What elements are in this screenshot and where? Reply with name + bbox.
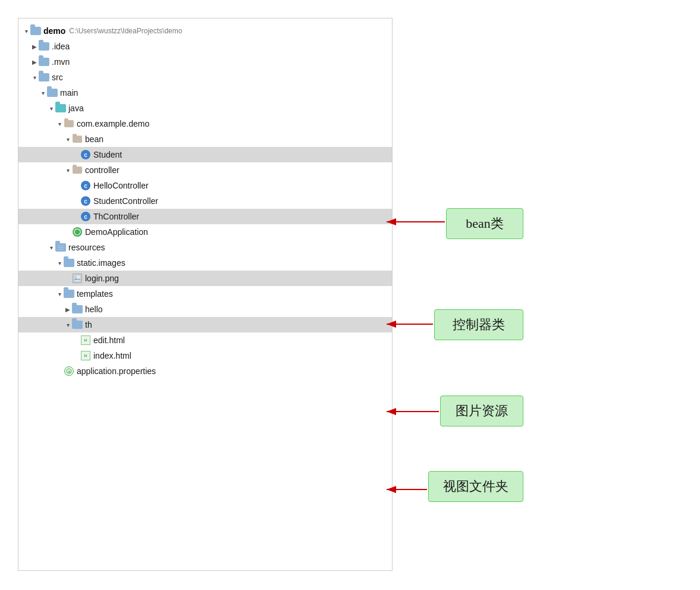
main-container: ▾ demo C:\Users\wustzz\IdeaProjects\demo… [18, 18, 682, 572]
image-file-icon-login [72, 273, 83, 284]
class-icon-student: c [80, 149, 91, 160]
props-icon-app: ⚙ [64, 366, 74, 376]
label-student: Student [93, 150, 122, 159]
arrow-com: ▾ [55, 120, 64, 128]
arrow-static: ▾ [55, 259, 64, 267]
label-student-controller: StudentController [93, 196, 158, 206]
tree-item-app-props[interactable]: ⚙ application.properties [18, 363, 392, 379]
label-idea: .idea [52, 42, 70, 51]
svg-text:⚙: ⚙ [68, 370, 71, 374]
label-hello: hello [85, 305, 103, 314]
arrow-controller: ▾ [64, 166, 72, 174]
tree-item-demo[interactable]: ▾ demo C:\Users\wustzz\IdeaProjects\demo [18, 23, 392, 39]
file-tree-panel: ▾ demo C:\Users\wustzz\IdeaProjects\demo… [18, 18, 393, 571]
label-controller: controller [85, 165, 120, 175]
tree-item-demo-application[interactable]: DemoApplication [18, 224, 392, 240]
label-hello-controller: HelloController [93, 181, 149, 190]
tree-item-src[interactable]: ▾ src [18, 70, 392, 85]
project-name: demo [43, 26, 65, 36]
annotation-view: 视图文件夹 [428, 471, 523, 502]
label-th: th [85, 320, 92, 329]
arrow-demo: ▾ [22, 27, 30, 35]
html-file-icon-index: H [80, 350, 91, 361]
tree-item-bean[interactable]: ▾ bean [18, 131, 392, 147]
folder-icon-mvn [39, 57, 49, 67]
label-mvn: .mvn [52, 57, 70, 67]
tree-item-login-png[interactable]: login.png [18, 271, 392, 286]
tree-item-controller[interactable]: ▾ controller [18, 162, 392, 178]
folder-icon-main [47, 87, 58, 98]
arrow-src: ▾ [30, 73, 39, 81]
label-java: java [68, 103, 84, 113]
tree-item-static-images[interactable]: ▾ static.images [18, 255, 392, 271]
label-app-props: application.properties [77, 366, 156, 376]
arrow-templates: ▾ [55, 290, 64, 298]
arrow-th: ▾ [64, 321, 72, 329]
label-static-images: static.images [77, 258, 125, 268]
folder-icon-bean [72, 134, 83, 145]
folder-icon-static [64, 258, 74, 268]
folder-icon-resources [55, 242, 66, 253]
folder-icon-demo [30, 26, 41, 36]
tree-item-student-controller[interactable]: c StudentController [18, 193, 392, 209]
label-templates: templates [77, 289, 113, 299]
arrow-resources: ▾ [47, 243, 55, 252]
label-bean: bean [85, 134, 103, 144]
tree-item-hello-controller[interactable]: c HelloController [18, 178, 392, 193]
svg-point-1 [75, 276, 77, 278]
tree-item-edit-html[interactable]: H edit.html [18, 332, 392, 348]
label-th-controller: ThController [93, 212, 139, 221]
tree-item-th[interactable]: ▾ th [18, 317, 392, 332]
folder-icon-controller [72, 165, 83, 175]
folder-icon-th [72, 319, 83, 330]
tree-item-student[interactable]: c Student [18, 147, 392, 162]
annotation-controller: 控制器类 [434, 309, 523, 340]
label-login-png: login.png [85, 274, 119, 283]
class-icon-student-controller: c [80, 196, 91, 206]
tree-item-index-html[interactable]: H index.html [18, 348, 392, 363]
tree-item-main[interactable]: ▾ main [18, 85, 392, 101]
label-resources: resources [68, 243, 105, 252]
label-edit-html: edit.html [93, 335, 125, 345]
arrow-mvn: ▶ [30, 58, 39, 66]
arrow-hello: ▶ [64, 305, 72, 313]
folder-icon-idea [39, 41, 49, 52]
project-path: C:\Users\wustzz\IdeaProjects\demo [69, 27, 182, 35]
arrow-main: ▾ [39, 89, 47, 97]
folder-icon-hello [72, 304, 83, 315]
class-icon-hello-controller: c [80, 180, 91, 191]
svg-rect-0 [74, 275, 81, 282]
spring-icon-demo-app [72, 227, 83, 237]
class-icon-th-controller: c [80, 211, 91, 222]
label-main: main [60, 88, 78, 98]
tree-item-com[interactable]: ▾ com.example.demo [18, 116, 392, 131]
folder-icon-com [64, 118, 74, 129]
arrow-java: ▾ [47, 104, 55, 112]
label-com: com.example.demo [77, 119, 149, 128]
label-index-html: index.html [93, 351, 131, 360]
arrow-idea: ▶ [30, 42, 39, 51]
tree-item-hello[interactable]: ▶ hello [18, 302, 392, 317]
tree-item-th-controller[interactable]: c ThController [18, 209, 392, 224]
folder-icon-templates [64, 288, 74, 299]
tree-item-idea[interactable]: ▶ .idea [18, 39, 392, 54]
tree-item-java[interactable]: ▾ java [18, 101, 392, 116]
label-demo-application: DemoApplication [85, 227, 148, 237]
tree-item-mvn[interactable]: ▶ .mvn [18, 54, 392, 70]
arrow-bean: ▾ [64, 135, 72, 143]
annotation-bean: bean类 [446, 208, 523, 239]
html-file-icon-edit: H [80, 335, 91, 346]
folder-icon-src [39, 72, 49, 83]
label-src: src [52, 73, 63, 82]
tree-item-resources[interactable]: ▾ resources [18, 240, 392, 255]
tree-item-templates[interactable]: ▾ templates [18, 286, 392, 302]
annotation-image: 图片资源 [440, 396, 523, 426]
folder-icon-java [55, 103, 66, 114]
